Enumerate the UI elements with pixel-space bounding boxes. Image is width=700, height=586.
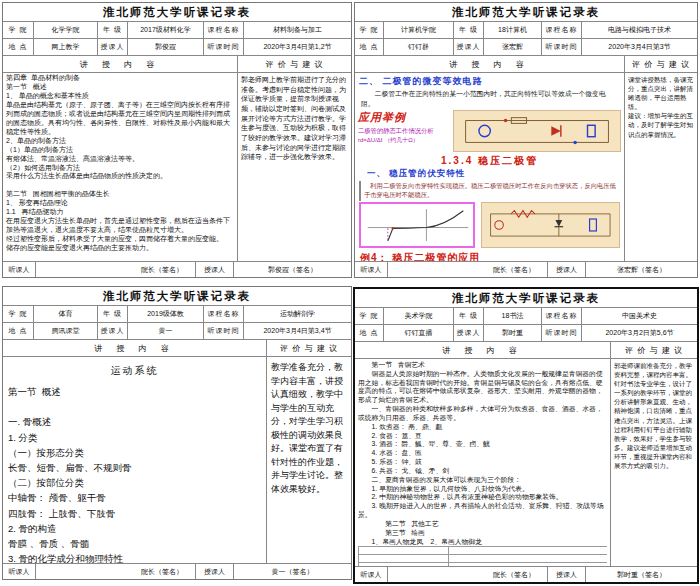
course-label: 课程名称 bbox=[541, 22, 581, 38]
lecturer-signature: 郭俊霞（签名） bbox=[233, 262, 351, 277]
place-value: 钉钉群 bbox=[383, 38, 453, 55]
form-body: 运动系统 第一节 概述 一. 骨概述 1. 分类 （一）按形态分类 长骨、短骨、… bbox=[3, 357, 351, 563]
zener-circuit-image bbox=[481, 202, 620, 248]
college-value: 计算机学院 bbox=[383, 22, 453, 38]
college-value: 化学学院 bbox=[33, 22, 97, 38]
form-title: 淮北师范大学听课记录表 bbox=[3, 287, 351, 305]
lecture-content: 第一节 青铜艺术 铜器是人类原始时期的一种杰作。人类物质文化发展的一般规律是青铜… bbox=[355, 359, 610, 566]
college-value: 美术学院 bbox=[383, 308, 453, 324]
static-analysis-subtext: rd=ΔU/ΔI （约几十Ω） bbox=[358, 136, 449, 145]
time-label: 听课时间 bbox=[203, 38, 243, 55]
lecturer-value: 郭时重 bbox=[483, 324, 541, 341]
lecturer-label: 授课人 bbox=[547, 567, 585, 582]
lecturer-label: 授课人 bbox=[453, 38, 483, 55]
course-label: 课程名称 bbox=[541, 308, 581, 324]
college-value: 体育 bbox=[33, 306, 97, 322]
circuit-example-image bbox=[453, 110, 621, 152]
listener-label: 听课人 bbox=[3, 262, 35, 277]
lecturer-label: 授课人 bbox=[547, 262, 585, 277]
form-footer: 听课人 院长（签名） 授课人 黄一（签名） bbox=[3, 563, 351, 579]
slide-body-text: 二极管工作在正向特性的某一小范围内时，其正向特性可以等效成一个微变电阻。 bbox=[361, 89, 618, 109]
dean-signature-label: 院长（签名） bbox=[387, 262, 547, 277]
slide-heading-zener: 1.3.4 稳压二极管 bbox=[355, 154, 624, 168]
content-column-label: 讲 授 内 容 bbox=[3, 340, 266, 356]
listener-label: 听课人 bbox=[3, 564, 35, 579]
zener-vi-curve-image bbox=[359, 202, 475, 248]
application-example-heading: 应用举例 bbox=[358, 110, 449, 125]
time-label: 听课时间 bbox=[203, 322, 243, 339]
dean-signature-label: 院长（签名） bbox=[387, 567, 547, 582]
grade-value: 2019级体教 bbox=[127, 306, 203, 322]
course-value: 运动解剖学 bbox=[243, 306, 351, 322]
empty-row bbox=[358, 546, 607, 554]
form-body: 第四章 单晶材料的制备 第一节 概述 1、 单晶的概念和基本性质 单晶是由结构基… bbox=[3, 73, 351, 261]
empty-grid-rows bbox=[358, 546, 607, 566]
place-label: 地 点 bbox=[3, 38, 33, 55]
lecture-content: 运动系统 第一节 概述 一. 骨概述 1. 分类 （一）按形态分类 长骨、短骨、… bbox=[3, 357, 266, 563]
form-title: 淮北师范大学听课记录表 bbox=[355, 289, 697, 307]
form-footer: 听课人 院长（签名） 授课人 郭俊霞（签名） bbox=[3, 261, 351, 277]
college-label: 学 院 bbox=[3, 306, 33, 322]
dean-signature-label: 院长（签名） bbox=[35, 262, 195, 277]
observation-form-art-history: 淮北师范大学听课记录表 学 院 美术学院 年 级 18书法 课程名称 中国美术史… bbox=[353, 287, 699, 584]
slide-example-captions: 应用举例 二极管的静态工作情况分析 rd=ΔU/ΔI （约几十Ω） bbox=[358, 110, 449, 145]
course-value: 材料制备与加工 bbox=[243, 22, 351, 38]
grade-label: 年 级 bbox=[97, 306, 127, 322]
place-label: 地 点 bbox=[355, 38, 383, 55]
grade-label: 年 级 bbox=[453, 22, 483, 38]
lecturer-label: 授课人 bbox=[97, 38, 127, 55]
course-value: 中国美术史 bbox=[581, 308, 697, 324]
form-body: 第一节 青铜艺术 铜器是人类原始时期的一种杰作。人类物质文化发展的一般规律是青铜… bbox=[355, 359, 697, 566]
dean-signature-label: 院长（签名） bbox=[35, 564, 195, 579]
time-value: 2020年3月4日第3节 bbox=[581, 38, 697, 55]
grade-label: 年 级 bbox=[453, 308, 483, 324]
lecture-content-slides: 二、 二极管的微变等效电路 二极管工作在正向特性的某一小范围内时，其正向特性可以… bbox=[355, 73, 624, 261]
lecturer-signature: 郭时重（签名） bbox=[585, 567, 697, 582]
static-analysis-link-text: 二极管的静态工作情况分析 bbox=[358, 127, 449, 136]
observation-form-chemistry: 淮北师范大学听课记录表 学 院 化学学院 年 级 2017级材料化学 课程名称 … bbox=[2, 2, 352, 278]
time-value: 2020年3月4日第1,2节 bbox=[243, 38, 351, 55]
form-title: 淮北师范大学听课记录表 bbox=[355, 3, 697, 21]
place-label: 地 点 bbox=[355, 324, 383, 341]
course-label: 课程名称 bbox=[203, 22, 243, 38]
content-outline: 第一节 青铜艺术 铜器是人类原始时期的一种杰作。人类物质文化发展的一般规律是青铜… bbox=[358, 361, 607, 546]
listener-label: 听课人 bbox=[355, 567, 387, 582]
form-title: 淮北师范大学听课记录表 bbox=[3, 3, 351, 21]
lecturer-label: 授课人 bbox=[195, 262, 233, 277]
section-header: 讲 授 内 容 评 价 与 建 议 bbox=[355, 56, 697, 73]
lecturer-label: 授课人 bbox=[195, 564, 233, 579]
content-title: 运动系统 bbox=[8, 363, 261, 379]
empty-row bbox=[358, 554, 607, 562]
time-label: 听课时间 bbox=[541, 324, 581, 341]
college-label: 学 院 bbox=[3, 22, 33, 38]
content-outline: 第一节 概述 一. 骨概述 1. 分类 （一）按形态分类 长骨、短骨、扁骨、不规… bbox=[8, 384, 261, 563]
evaluation-text: 教学准备充分，教学内容丰富，讲授认真细致，教学中与学生的互动充分，对学生学习积极… bbox=[266, 357, 351, 563]
form-header: 学 院 计算机学院 年 级 18计算机 课程名称 电路与模拟电子技术 地 点 钉… bbox=[355, 21, 697, 56]
place-label: 地 点 bbox=[3, 322, 33, 339]
content-column-label: 讲 授 内 容 bbox=[355, 342, 610, 358]
eval-column-label: 评 价 与 建 议 bbox=[610, 342, 697, 358]
slide-heading-example4: 例4： 稳压二极管的应用 bbox=[360, 251, 624, 261]
college-label: 学 院 bbox=[355, 22, 383, 38]
eval-column-label: 评 价 与 建 议 bbox=[624, 56, 697, 72]
grade-value: 18书法 bbox=[483, 308, 541, 324]
form-header: 学 院 美术学院 年 级 18书法 课程名称 中国美术史 地 点 钉钉直播 授课… bbox=[355, 307, 697, 342]
content-column-label: 讲 授 内 容 bbox=[3, 56, 237, 72]
form-header: 学 院 化学学院 年 级 2017级材料化学 课程名称 材料制备与加工 地 点 … bbox=[3, 21, 351, 56]
section-header: 讲 授 内 容 评 价 与 建 议 bbox=[355, 342, 697, 359]
lecture-content: 第四章 单晶材料的制备 第一节 概述 1、 单晶的概念和基本性质 单晶是由结构基… bbox=[3, 73, 237, 261]
eval-column-label: 评 价 与 建 议 bbox=[266, 340, 351, 356]
lecturer-value: 黄一 bbox=[127, 322, 203, 339]
section-header: 讲 授 内 容 评 价 与 建 议 bbox=[3, 340, 351, 357]
observation-form-anatomy: 淮北师范大学听课记录表 学 院 体育 年 级 2019级体教 课程名称 运动解剖… bbox=[2, 286, 352, 580]
slide-image-row bbox=[359, 202, 620, 248]
lecturer-value: 张宏辉 bbox=[483, 38, 541, 55]
zener-note-text: 利用二极管反向击穿特性实现稳压。稳压二极管稳压时工作在反向击穿状态，反向电压低于… bbox=[359, 181, 620, 201]
lecturer-label: 授课人 bbox=[453, 324, 483, 341]
form-header: 学 院 体育 年 级 2019级体教 课程名称 运动解剖学 地 点 腾讯课堂 授… bbox=[3, 305, 351, 340]
observation-form-electronics: 淮北师范大学听课记录表 学 院 计算机学院 年 级 18计算机 课程名称 电路与… bbox=[354, 2, 698, 278]
evaluation-text: 郭老师课前准备充分，教学资料完整，课程内容丰富。针对书法专业学生，设计了一系列的… bbox=[610, 359, 697, 566]
evaluation-text: 课堂讲授熟练，备课充分，重点突出，讲解清晰透彻，平台运用熟练。 建议：增加与学生… bbox=[624, 73, 697, 261]
form-footer: 听课人 院长（签名） 授课人 张宏辉（签名） bbox=[355, 261, 697, 277]
form-footer: 听课人 院长（签名） 授课人 郭时重（签名） bbox=[355, 566, 697, 582]
